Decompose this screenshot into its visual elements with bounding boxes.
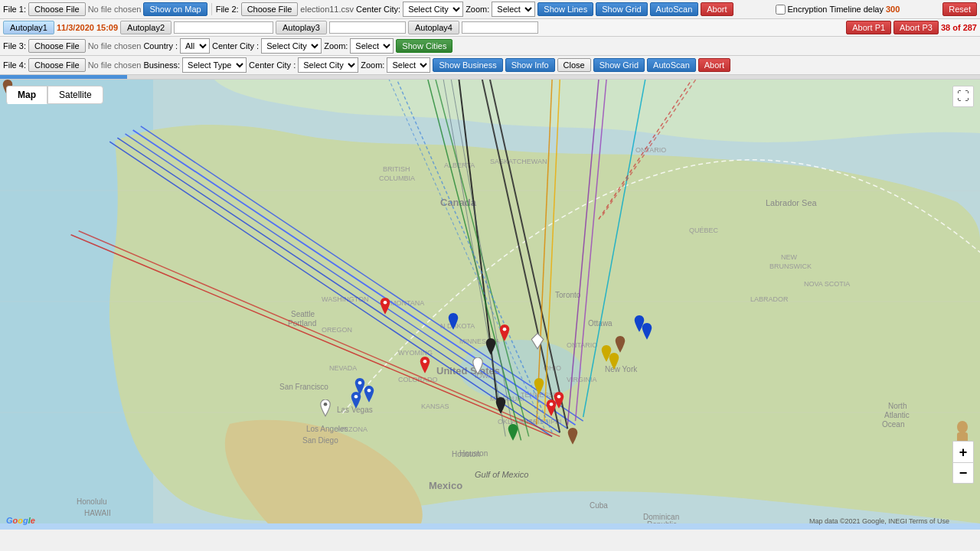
pin-brown-1[interactable]: [612, 336, 628, 359]
autoscan-button4[interactable]: AutoScan: [647, 58, 696, 72]
file3-choose-button[interactable]: Choose File: [28, 39, 86, 53]
zoom-select3[interactable]: Select: [350, 38, 394, 54]
svg-line-85: [603, 80, 696, 215]
pin-white[interactable]: [318, 399, 333, 422]
zoom-label1: Zoom:: [466, 5, 489, 14]
map-tab-bar: Map Satellite: [6, 86, 103, 104]
pin-blue-central[interactable]: [446, 313, 461, 336]
svg-point-97: [957, 421, 968, 433]
pin-black-2[interactable]: [493, 397, 508, 420]
svg-line-77: [537, 80, 552, 425]
tab-satellite[interactable]: Satellite: [47, 86, 103, 104]
center-city-label3: Center City :: [212, 41, 259, 51]
toolbar-row1: File 1: Choose File No file chosen Show …: [0, 0, 980, 19]
close-button[interactable]: Close: [557, 58, 591, 72]
show-lines-button[interactable]: Show Lines: [537, 2, 593, 16]
zoom-in-button[interactable]: +: [952, 441, 974, 462]
timeline-delay-label: Timeline delay: [829, 5, 884, 14]
pin-red-1[interactable]: [377, 298, 393, 321]
svg-point-92: [384, 301, 387, 305]
pin-blue-3[interactable]: [348, 392, 364, 415]
pin-green-1[interactable]: [505, 424, 521, 447]
progress-bar: [0, 75, 127, 79]
map-credit: Map data ©2021 Google, INEGI Terms of Us…: [809, 517, 949, 525]
pin-blue-east2[interactable]: [639, 323, 655, 346]
map-trajectory-lines: [0, 80, 980, 530]
pin-blue-2[interactable]: [361, 386, 377, 409]
svg-point-91: [324, 403, 328, 406]
toolbar-row4: File 4: Choose File No file chosen Busin…: [0, 56, 980, 75]
abort-p1-button[interactable]: Abort P1: [846, 21, 891, 34]
show-business-button[interactable]: Show Business: [433, 58, 502, 72]
show-cities-button[interactable]: Show Cities: [396, 39, 452, 53]
business-type-select[interactable]: Select Type: [182, 57, 247, 73]
pin-red-5[interactable]: [544, 399, 559, 422]
zoom-label4: Zoom:: [361, 60, 384, 70]
file3-label: File 3:: [3, 41, 26, 51]
abort-p3-button[interactable]: Abort P3: [893, 21, 939, 34]
svg-line-69: [141, 126, 583, 421]
file2-label: File 2:: [216, 5, 239, 14]
abort-button1[interactable]: Abort: [701, 2, 733, 16]
fullscreen-button[interactable]: ⛶: [952, 86, 974, 107]
pin-brown-3[interactable]: [565, 428, 580, 451]
counter-display: 38 of 287: [941, 23, 977, 32]
center-city-select3[interactable]: Select City: [261, 38, 322, 54]
show-grid-button4[interactable]: Show Grid: [593, 58, 645, 72]
center-city-label1: Center City:: [356, 5, 400, 14]
svg-line-66: [117, 138, 560, 432]
center-city-select1[interactable]: Select City: [403, 2, 463, 17]
zoom-out-button[interactable]: −: [952, 462, 974, 484]
svg-point-96: [550, 403, 554, 406]
autoplay2-button[interactable]: Autoplay2: [120, 21, 172, 34]
autoplay3-input[interactable]: [329, 21, 406, 34]
svg-point-94: [503, 328, 507, 331]
reset-button[interactable]: Reset: [942, 2, 977, 16]
center-city-select4[interactable]: Select City: [298, 57, 358, 73]
country-select[interactable]: All: [180, 38, 210, 54]
zoom-select4[interactable]: Select: [387, 57, 430, 73]
pin-yellow-1[interactable]: [531, 378, 547, 401]
svg-point-88: [358, 381, 362, 385]
autoplay2-input[interactable]: [174, 21, 273, 34]
separator1: [211, 3, 212, 15]
autoplay3-button[interactable]: Autoplay3: [276, 21, 327, 34]
map-container[interactable]: Gulf of Mexico United States Canada Mexi…: [0, 80, 980, 530]
encryption-checkbox[interactable]: [776, 5, 786, 15]
pin-red-2[interactable]: [417, 357, 433, 380]
autoplay1-button[interactable]: Autoplay1: [3, 21, 54, 34]
show-on-map-button[interactable]: Show on Map: [143, 2, 207, 16]
timeline-delay-value: 300: [886, 5, 900, 14]
file4-label: File 4:: [3, 60, 26, 70]
business-label: Business:: [143, 60, 180, 70]
autoplay4-input[interactable]: [462, 21, 538, 34]
autoplay4-button[interactable]: Autoplay4: [408, 21, 459, 34]
pin-white-2[interactable]: [470, 357, 485, 380]
file1-chosen-text: No file chosen: [88, 5, 142, 14]
svg-point-89: [368, 389, 371, 393]
country-label: Country :: [143, 41, 178, 51]
file4-choose-button[interactable]: Choose File: [28, 58, 86, 72]
zoom-controls: + −: [952, 441, 974, 484]
file3-chosen-text: No file chosen: [88, 41, 142, 51]
center-city-label4: Center City :: [249, 60, 296, 70]
show-info-button[interactable]: Show Info: [505, 58, 555, 72]
abort-button4[interactable]: Abort: [698, 58, 730, 72]
svg-line-70: [71, 235, 553, 437]
svg-line-67: [126, 134, 568, 429]
pin-red-3[interactable]: [497, 324, 512, 347]
svg-line-84: [599, 80, 692, 219]
show-grid-button1[interactable]: Show Grid: [596, 2, 647, 16]
toolbar-row3: File 3: Choose File No file chosen Count…: [0, 37, 980, 56]
pin-black-1[interactable]: [483, 338, 498, 361]
autoscan-button1[interactable]: AutoScan: [650, 2, 699, 16]
file4-chosen-text: No file chosen: [88, 60, 142, 70]
file1-choose-button[interactable]: Choose File: [28, 2, 86, 16]
file2-choose-button[interactable]: Choose File: [241, 2, 299, 16]
tab-map[interactable]: Map: [6, 86, 47, 104]
svg-point-90: [354, 395, 358, 399]
zoom-select1[interactable]: Select: [492, 2, 535, 17]
svg-point-95: [557, 395, 561, 399]
pin-diamond-white[interactable]: [530, 332, 545, 355]
file2-chosen-name: election11.csv: [300, 5, 354, 14]
